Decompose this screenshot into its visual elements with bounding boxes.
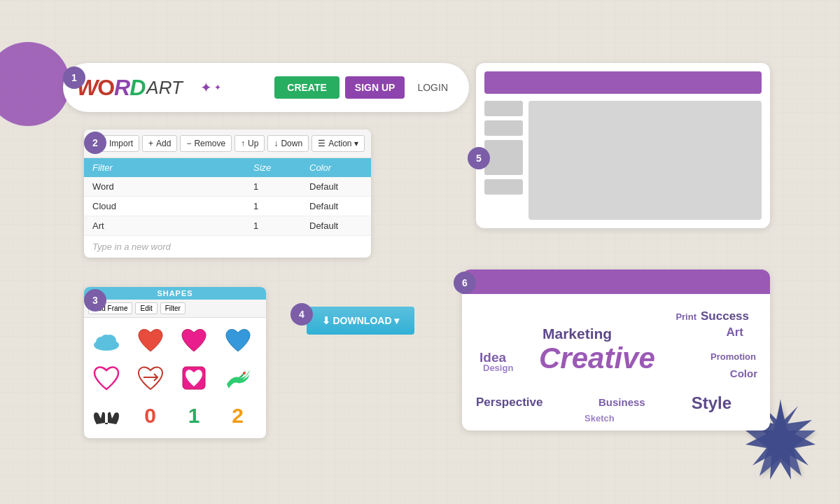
sidebar-item-1 (484, 101, 523, 116)
color-cell: Default (301, 177, 371, 196)
svg-point-7 (243, 372, 246, 374)
table-row: Cloud 1 Default (84, 197, 371, 216)
svg-point-5 (101, 335, 111, 344)
minus-icon: − (186, 139, 191, 148)
cloud-word-business: Business (598, 396, 645, 408)
cloud-word-promotion: Promotion (710, 351, 756, 362)
shapes-grid: 0 1 2 (84, 318, 266, 438)
cloud-word-design: Design (483, 363, 513, 373)
download-button[interactable]: ⬇ DOWNLOAD ▾ (307, 307, 415, 335)
size-cell: 1 (245, 197, 301, 216)
chevron-down-icon: ▾ (354, 139, 358, 148)
shape-two[interactable]: 2 (220, 398, 256, 434)
sparkle-sm-icon: ✦ (214, 83, 221, 92)
color-header: Color (301, 158, 371, 177)
filter-header: Filter (84, 158, 245, 177)
shape-heart-blue[interactable] (220, 322, 256, 358)
cloud-word-creative: Creative (539, 342, 655, 375)
cloud-word-print: Print (676, 312, 696, 322)
cloud-word-style: Style (692, 393, 732, 413)
add-button[interactable]: + Add (142, 135, 177, 152)
action-button[interactable]: ☰ Action ▾ (312, 135, 365, 152)
download-panel: ⬇ DOWNLOAD ▾ (290, 301, 430, 340)
cloud-word-sketch: Sketch (584, 413, 615, 424)
preview-panel (476, 63, 770, 228)
wordart-logo: WORD ART ✦ ✦ (77, 75, 274, 101)
bg-circle-decoration (0, 42, 70, 126)
preview-header-bar (484, 71, 762, 94)
shape-bird[interactable] (220, 360, 256, 396)
shape-heart-box[interactable] (176, 360, 212, 396)
signup-button[interactable]: SIGN UP (345, 76, 405, 99)
step-badge-1: 1 (63, 66, 85, 89)
table-row: Art 1 Default (84, 216, 371, 236)
step-badge-6: 6 (454, 272, 476, 294)
shape-heart-outline[interactable] (88, 360, 125, 396)
table-toolbar: 📋 Import + Add − Remove ↑ Up ↓ Down ☰ Ac… (84, 130, 371, 158)
word-table-panel: 📋 Import + Add − Remove ↑ Up ↓ Down ☰ Ac… (84, 130, 371, 258)
up-button[interactable]: ↑ Up (234, 135, 265, 152)
shape-cloud[interactable] (88, 322, 125, 358)
cloud-word-color: Color (730, 368, 757, 379)
filter-shape-button[interactable]: Filter (160, 302, 186, 314)
word-cloud: Print Success Marketing Art Idea Design … (462, 294, 770, 430)
new-word-input[interactable]: Type in a new word (84, 236, 371, 258)
logo-art: ART (146, 77, 183, 99)
sidebar-item-3 (484, 140, 523, 175)
shape-hands[interactable] (88, 398, 125, 434)
shapes-panel: SHAPES Add Frame Edit Filter (84, 287, 266, 438)
shapes-title: SHAPES (84, 287, 266, 300)
cloud-word-success: Success (701, 309, 749, 323)
cloud-word-art: Art (726, 326, 743, 340)
shape-heart-red[interactable] (132, 322, 169, 358)
word-cell: Art (84, 216, 245, 235)
sparkle-icon: ✦ (200, 79, 212, 96)
step-badge-4: 4 (290, 303, 313, 326)
create-button[interactable]: CREATE (274, 76, 340, 99)
table-header: Filter Size Color (84, 158, 371, 177)
preview-content (484, 101, 762, 220)
size-header: Size (245, 158, 301, 177)
size-cell: 1 (245, 177, 301, 196)
color-cell: Default (301, 197, 371, 216)
remove-button[interactable]: − Remove (180, 135, 232, 152)
table-row: Word 1 Default (84, 177, 371, 197)
action-icon: ☰ (318, 139, 326, 148)
preview-main-area (528, 101, 762, 220)
add-icon: + (148, 139, 153, 148)
shapes-toolbar: Add Frame Edit Filter (84, 300, 266, 318)
down-button[interactable]: ↓ Down (267, 135, 309, 152)
word-cell: Cloud (84, 197, 245, 216)
sidebar-item-4 (484, 179, 523, 195)
up-icon: ↑ (241, 139, 245, 148)
shape-one[interactable]: 1 (176, 398, 212, 434)
login-button[interactable]: LOGIN (410, 76, 455, 99)
size-cell: 1 (245, 216, 301, 235)
nav-buttons: CREATE SIGN UP LOGIN (274, 76, 455, 99)
word-cloud-panel: Print Success Marketing Art Idea Design … (462, 270, 770, 430)
cloud-header-bar (462, 270, 770, 294)
edit-shape-button[interactable]: Edit (135, 302, 157, 314)
preview-sidebar (484, 101, 523, 220)
shape-zero[interactable]: 0 (132, 398, 169, 434)
step-badge-5: 5 (468, 147, 490, 169)
shape-heart-pink[interactable] (176, 322, 212, 358)
sidebar-item-2 (484, 120, 523, 136)
cloud-word-perspective: Perspective (476, 396, 542, 410)
step-badge-3: 3 (84, 289, 106, 312)
down-icon: ↓ (274, 139, 278, 148)
color-cell: Default (301, 216, 371, 235)
shape-heart-arrow[interactable] (132, 360, 169, 396)
word-cell: Word (84, 177, 245, 196)
wordart-nav-panel: WORD ART ✦ ✦ CREATE SIGN UP LOGIN (63, 63, 469, 112)
step-badge-2: 2 (84, 132, 106, 154)
cloud-word-marketing: Marketing (542, 326, 612, 342)
logo-text: WORD (77, 75, 145, 101)
